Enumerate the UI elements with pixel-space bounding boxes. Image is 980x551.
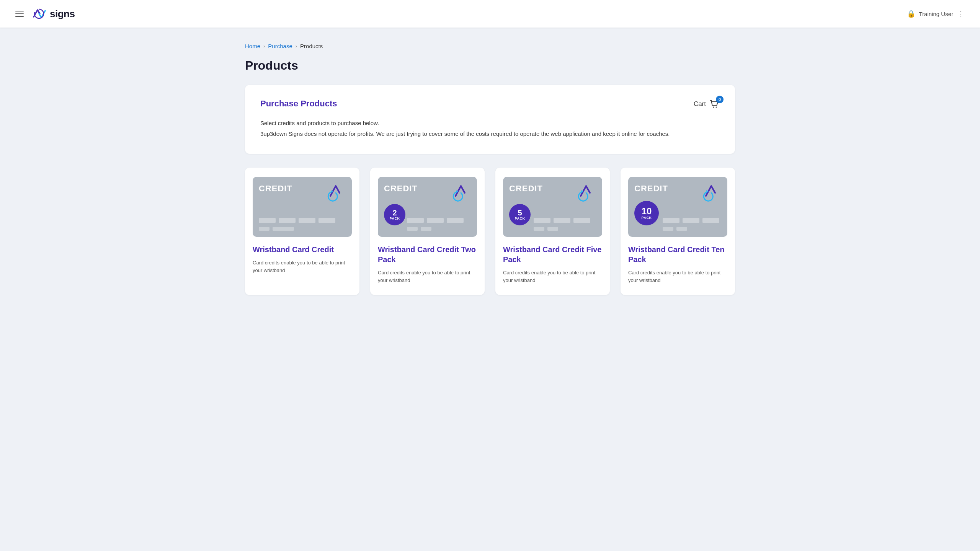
product-desc-five: Card credits enable you to be able to pr…	[503, 269, 602, 284]
cart-label: Cart	[694, 100, 706, 108]
product-title-ten: Wristband Card Credit Ten Pack	[628, 245, 727, 264]
product-title-single: Wristband Card Credit	[253, 245, 352, 254]
card-bottom-two	[407, 227, 431, 231]
purchase-panel-title: Purchase Products	[260, 99, 337, 109]
stripe1	[534, 227, 544, 231]
header-right: 🔒 Training User ⋮	[907, 9, 965, 18]
pack-badge-num-ten: 10	[642, 207, 652, 216]
card-credit-label-two: CREDIT	[384, 184, 418, 194]
card-chips-two	[407, 218, 464, 223]
chip1	[663, 218, 679, 223]
product-card-ten[interactable]: CREDIT 10 PACK	[621, 168, 735, 295]
breadcrumb: Home › Purchase › Products	[245, 43, 735, 49]
logo-icon	[31, 5, 47, 22]
more-vert-icon[interactable]: ⋮	[957, 9, 965, 18]
products-grid: CREDIT	[245, 168, 735, 295]
breadcrumb-sep-2: ›	[296, 43, 297, 49]
card-image-inner-ten: CREDIT 10 PACK	[634, 182, 721, 231]
chip1	[534, 218, 550, 223]
pack-badge-two: 2 PACK	[384, 204, 405, 225]
cart-badge: 0	[716, 96, 724, 103]
card-image-inner-five: CREDIT 5 PACK	[509, 182, 596, 231]
card-bottom-ten	[663, 227, 687, 231]
product-title-five: Wristband Card Credit Five Pack	[503, 245, 602, 264]
card-credit-label-five: CREDIT	[509, 184, 543, 194]
cart-icon-wrap[interactable]: 0	[709, 99, 720, 109]
svg-point-1	[713, 107, 714, 108]
card-chips-ten	[663, 218, 719, 223]
stripe2	[676, 227, 687, 231]
card-logo-two	[451, 182, 471, 202]
purchase-panel: Purchase Products Cart 0 Select credits …	[245, 85, 735, 154]
hamburger-icon[interactable]	[15, 11, 24, 17]
product-desc-ten: Card credits enable you to be able to pr…	[628, 269, 727, 284]
main-content: Home › Purchase › Products Products Purc…	[222, 28, 758, 318]
product-image-five: CREDIT 5 PACK	[503, 177, 602, 237]
header: signs 🔒 Training User ⋮	[0, 0, 980, 28]
card-logo-ten	[701, 182, 721, 202]
breadcrumb-current: Products	[300, 43, 323, 49]
product-image-single: CREDIT	[253, 177, 352, 237]
product-desc-single: Card credits enable you to be able to pr…	[253, 259, 352, 274]
pack-badge-num-two: 2	[392, 209, 397, 217]
card-bottom-single	[259, 227, 294, 231]
card-chips-single	[259, 218, 335, 223]
card-chips-five	[534, 218, 590, 223]
logo-text: signs	[50, 8, 75, 20]
product-title-two: Wristband Card Credit Two Pack	[378, 245, 477, 264]
chip4	[318, 218, 335, 223]
breadcrumb-purchase[interactable]: Purchase	[268, 43, 292, 49]
chip2	[683, 218, 699, 223]
pack-badge-label-two: PACK	[390, 217, 400, 221]
logo: signs	[31, 5, 75, 22]
card-logo-five	[576, 182, 596, 202]
chip1	[407, 218, 424, 223]
stripe2	[273, 227, 294, 231]
pack-badge-label-five: PACK	[515, 217, 525, 221]
product-image-two: CREDIT 2 PACK	[378, 177, 477, 237]
card-bottom-five	[534, 227, 558, 231]
pack-badge-num-five: 5	[518, 209, 522, 217]
chip3	[702, 218, 719, 223]
card-logo-single	[326, 182, 346, 202]
svg-point-2	[716, 107, 717, 108]
card-image-inner-two: CREDIT 2 PACK	[384, 182, 471, 231]
lock-icon: 🔒	[907, 10, 915, 18]
chip2	[279, 218, 296, 223]
stripe1	[407, 227, 418, 231]
user-name: Training User	[919, 11, 953, 17]
product-card-two[interactable]: CREDIT 2 PACK	[370, 168, 485, 295]
purchase-desc-line2: 3up3down Signs does not operate for prof…	[260, 129, 720, 139]
card-credit-label-ten: CREDIT	[634, 184, 668, 194]
chip3	[447, 218, 464, 223]
stripe1	[259, 227, 270, 231]
pack-badge-label-ten: PACK	[642, 216, 652, 220]
chip3	[299, 218, 315, 223]
pack-badge-ten: 10 PACK	[634, 201, 659, 225]
stripe1	[663, 227, 673, 231]
stripe2	[421, 227, 431, 231]
breadcrumb-home[interactable]: Home	[245, 43, 260, 49]
product-card-single[interactable]: CREDIT	[245, 168, 359, 295]
stripe2	[547, 227, 558, 231]
header-left: signs	[15, 5, 75, 22]
cart-area[interactable]: Cart 0	[694, 99, 720, 109]
chip2	[554, 218, 570, 223]
purchase-description: Select credits and products to purchase …	[260, 119, 720, 139]
product-desc-two: Card credits enable you to be able to pr…	[378, 269, 477, 284]
product-image-ten: CREDIT 10 PACK	[628, 177, 727, 237]
chip2	[427, 218, 444, 223]
purchase-desc-line1: Select credits and products to purchase …	[260, 119, 720, 128]
card-image-inner-single: CREDIT	[259, 182, 346, 231]
breadcrumb-sep-1: ›	[263, 43, 265, 49]
page-title: Products	[245, 59, 735, 73]
pack-badge-five: 5 PACK	[509, 204, 531, 225]
product-card-five[interactable]: CREDIT 5 PACK	[495, 168, 610, 295]
purchase-panel-header: Purchase Products Cart 0	[260, 99, 720, 109]
card-credit-label-single: CREDIT	[259, 184, 292, 194]
chip1	[259, 218, 276, 223]
chip3	[573, 218, 590, 223]
